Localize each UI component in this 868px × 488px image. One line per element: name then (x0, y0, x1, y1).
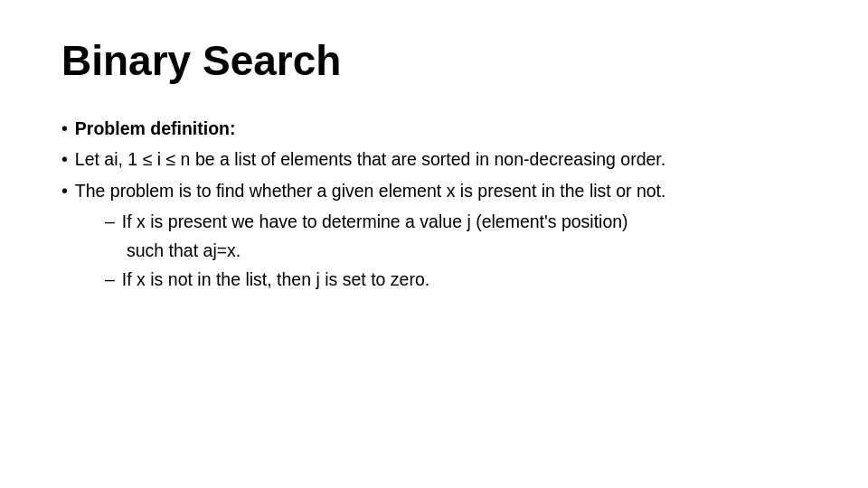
bullet-item-1: • Problem definition: (61, 115, 814, 142)
bullet-item-3: • The problem is to find whether a given… (61, 177, 814, 204)
bullet-strong-1: Problem definition: (75, 118, 236, 138)
dash-2: – (105, 266, 115, 293)
dash-1: – (105, 208, 115, 235)
bullet-text-1: Problem definition: (75, 115, 814, 142)
slide-title: Binary Search (61, 36, 814, 86)
slide-container: Binary Search • Problem definition: • Le… (0, 0, 868, 488)
slide-content: • Problem definition: • Let ai, 1 ≤ i ≤ … (61, 115, 814, 295)
bullet-text-3: The problem is to find whether a given e… (75, 177, 814, 204)
indent-text-2: If x is not in the list, then j is set t… (122, 266, 429, 293)
indent-item-1b: such that aj=x. (61, 237, 814, 264)
bullet-dot-1: • (61, 115, 68, 142)
indent-item-1: – If x is present we have to determine a… (61, 208, 814, 235)
bullet-dot-2: • (61, 145, 68, 173)
indent-text-1: If x is present we have to determine a v… (122, 208, 628, 235)
indent-item-2: – If x is not in the list, then j is set… (61, 266, 814, 293)
bullet-item-2: • Let ai, 1 ≤ i ≤ n be a list of element… (61, 145, 814, 173)
indent-text-1b: such that aj=x. (127, 240, 241, 260)
bullet-text-2: Let ai, 1 ≤ i ≤ n be a list of elements … (75, 145, 814, 173)
bullet-dot-3: • (61, 177, 68, 204)
